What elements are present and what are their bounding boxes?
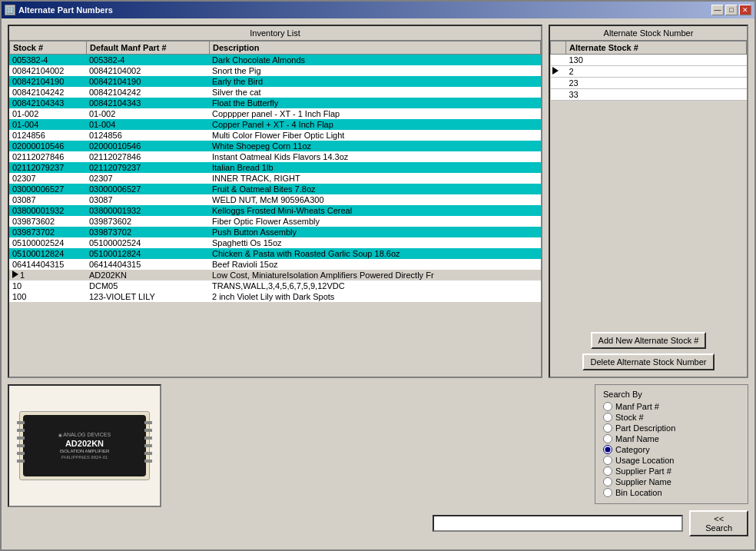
radio-category[interactable] bbox=[603, 445, 612, 454]
ic-chip: ▣ ANALOG DEVICES AD202KN ISOLATION AMPLI… bbox=[23, 415, 146, 476]
alt-row-arrow-icon bbox=[552, 67, 559, 75]
table-row[interactable]: 01-00201-002Copppper panel - XT - 1 Inch… bbox=[9, 108, 541, 119]
search-bar: << Search bbox=[433, 510, 748, 536]
table-row[interactable]: 0300000652703000006527Fruit & Oatmeal Bi… bbox=[9, 184, 541, 194]
radio-option-bin_location[interactable]: Bin Location bbox=[603, 488, 740, 497]
table-row[interactable]: 0230702307INNER TRACK, RIGHT bbox=[9, 173, 541, 184]
alternate-buttons: Add New Alternate Stock # Delete Alterna… bbox=[550, 326, 747, 377]
alternate-table: Alternate Stock # 13022333 bbox=[550, 41, 747, 101]
ic-pin bbox=[17, 444, 25, 447]
table-row[interactable]: 0380000193203800001932Kelloggs Frosted M… bbox=[9, 205, 541, 216]
maximize-button[interactable]: □ bbox=[725, 5, 738, 15]
radio-label-usage_location: Usage Location bbox=[615, 456, 674, 465]
table-row[interactable]: 0084210434300842104343Float the Butterfl… bbox=[9, 98, 541, 108]
ic-brand: ▣ ANALOG DEVICES bbox=[58, 431, 111, 438]
ic-pins-right bbox=[144, 421, 152, 463]
radio-manf_part[interactable] bbox=[603, 402, 612, 411]
list-item[interactable]: 23 bbox=[551, 78, 747, 89]
radio-option-manf_part[interactable]: Manf Part # bbox=[603, 402, 740, 411]
table-row[interactable]: 0211207923702112079237Italian Bread 1lb bbox=[9, 162, 541, 173]
ic-pin bbox=[144, 452, 152, 455]
ic-pin bbox=[144, 436, 152, 440]
ic-pin bbox=[144, 421, 152, 424]
ic-pin bbox=[144, 444, 152, 447]
table-row[interactable]: 10DCM05TRANS,WALL,3,4,5,6,7,5,9,12VDC bbox=[9, 280, 541, 291]
window-title: Alternate Part Numbers bbox=[18, 5, 113, 15]
table-row[interactable]: 1AD202KNLow Cost, MiniatureIsolation Amp… bbox=[9, 270, 541, 280]
radio-option-category[interactable]: Category bbox=[603, 445, 740, 454]
delete-alternate-button[interactable]: Delete Alternate Stock Number bbox=[582, 354, 714, 370]
table-row[interactable]: 01248560124856Multi Color Flower Fiber O… bbox=[9, 130, 541, 141]
table-row[interactable]: 039873702039873702Push Button Assembly bbox=[9, 227, 541, 237]
radio-option-part_desc[interactable]: Part Description bbox=[603, 423, 740, 433]
radio-label-manf_name: Manf Name bbox=[615, 434, 659, 443]
radio-supplier_part[interactable] bbox=[603, 466, 612, 476]
radio-stock[interactable] bbox=[603, 413, 612, 422]
ic-pin bbox=[17, 429, 25, 432]
search-by-title: Search By bbox=[603, 390, 740, 399]
titlebar: 🔢 Alternate Part Numbers — □ ✕ bbox=[2, 2, 754, 18]
table-row[interactable]: 005382-4005382-4Dark Chocolate Almonds bbox=[9, 55, 541, 65]
inventory-panel: Inventory List Stock # Default Manf Part… bbox=[8, 25, 542, 378]
radio-option-supplier_part[interactable]: Supplier Part # bbox=[603, 466, 740, 476]
inventory-data-table: 005382-4005382-4Dark Chocolate Almonds00… bbox=[9, 55, 541, 302]
titlebar-buttons: — □ ✕ bbox=[711, 5, 751, 15]
ic-pin bbox=[17, 421, 25, 424]
radio-label-supplier_name: Supplier Name bbox=[615, 477, 671, 486]
search-button[interactable]: << Search bbox=[689, 510, 748, 536]
top-panels: Inventory List Stock # Default Manf Part… bbox=[8, 25, 748, 378]
radio-option-stock[interactable]: Stock # bbox=[603, 413, 740, 422]
search-by-group: Search By Manf Part #Stock #Part Descrip… bbox=[595, 384, 748, 504]
ic-pin bbox=[17, 436, 25, 440]
table-row[interactable]: 0308703087WELD NUT, McM 90596A300 bbox=[9, 194, 541, 205]
ic-pin bbox=[17, 460, 25, 463]
table-row[interactable]: 01-00401-004Copper Panel + XT - 4 Inch F… bbox=[9, 119, 541, 130]
list-item[interactable]: 2 bbox=[551, 66, 747, 78]
close-button[interactable]: ✕ bbox=[739, 5, 751, 15]
ic-label: ▣ ANALOG DEVICES AD202KN ISOLATION AMPLI… bbox=[58, 431, 111, 461]
radio-bin_location[interactable] bbox=[603, 488, 612, 497]
ic-desc: ISOLATION AMPLIFIER bbox=[58, 449, 111, 455]
table-row[interactable]: 0510000252405100002524Spaghetti Os 15oz bbox=[9, 237, 541, 248]
ic-part: AD202KN bbox=[58, 438, 111, 449]
list-item[interactable]: 130 bbox=[551, 55, 747, 66]
ic-origin: PHILIPPINES 9824-01 bbox=[58, 455, 111, 461]
alternate-panel: Alternate Stock Number Alternate Stock #… bbox=[549, 25, 748, 378]
row-arrow-icon bbox=[12, 271, 18, 278]
minimize-button[interactable]: — bbox=[711, 5, 724, 15]
list-item[interactable]: 33 bbox=[551, 89, 747, 101]
table-row[interactable]: 0641440431506414404315Beef Ravioli 15oz bbox=[9, 259, 541, 270]
ic-pin bbox=[17, 452, 25, 455]
search-options: Search By Manf Part #Stock #Part Descrip… bbox=[433, 384, 748, 536]
inventory-scroll[interactable]: 005382-4005382-4Dark Chocolate Almonds00… bbox=[9, 55, 541, 373]
table-row[interactable]: 0211202784602112027846Instant Oatmeal Ki… bbox=[9, 151, 541, 162]
main-window: 🔢 Alternate Part Numbers — □ ✕ Inventory… bbox=[0, 0, 756, 551]
table-row[interactable]: 0084210419000842104190Early the Bird bbox=[9, 76, 541, 87]
table-row[interactable]: 0200001054602000010546White Shoepeg Corn… bbox=[9, 141, 541, 151]
radio-label-part_desc: Part Description bbox=[615, 423, 675, 433]
alt-stock-col: Alternate Stock # bbox=[566, 41, 747, 55]
inventory-table: Stock # Default Manf Part # Description bbox=[9, 41, 541, 55]
radio-label-stock: Stock # bbox=[615, 413, 644, 422]
radio-label-manf_part: Manf Part # bbox=[615, 402, 659, 411]
radio-options-container: Manf Part #Stock #Part DescriptionManf N… bbox=[603, 402, 740, 497]
search-input[interactable] bbox=[433, 515, 683, 532]
radio-usage_location[interactable] bbox=[603, 456, 612, 465]
table-row[interactable]: 0084210400200842104002Snort the Pig bbox=[9, 65, 541, 76]
radio-option-supplier_name[interactable]: Supplier Name bbox=[603, 477, 740, 486]
table-row[interactable]: 0510001282405100012824Chicken & Pasta wi… bbox=[9, 248, 541, 259]
alternate-scroll[interactable]: Alternate Stock # 13022333 bbox=[550, 41, 747, 279]
col-stock-header: Stock # bbox=[10, 41, 87, 55]
add-alternate-button[interactable]: Add New Alternate Stock # bbox=[591, 332, 707, 349]
ic-pin bbox=[144, 429, 152, 432]
inventory-table-container: Stock # Default Manf Part # Description … bbox=[9, 41, 541, 377]
radio-option-manf_name[interactable]: Manf Name bbox=[603, 434, 740, 443]
radio-supplier_name[interactable] bbox=[603, 477, 612, 486]
radio-option-usage_location[interactable]: Usage Location bbox=[603, 456, 740, 465]
bottom-area: ▣ ANALOG DEVICES AD202KN ISOLATION AMPLI… bbox=[8, 384, 748, 543]
table-row[interactable]: 0084210424200842104242Silver the cat bbox=[9, 87, 541, 98]
radio-part_desc[interactable] bbox=[603, 423, 612, 433]
radio-manf_name[interactable] bbox=[603, 434, 612, 443]
table-row[interactable]: 039873602039873602Fiber Optic Flower Ass… bbox=[9, 216, 541, 227]
table-row[interactable]: 100123-VIOLET LILY2 inch Violet Lily wit… bbox=[9, 291, 541, 302]
